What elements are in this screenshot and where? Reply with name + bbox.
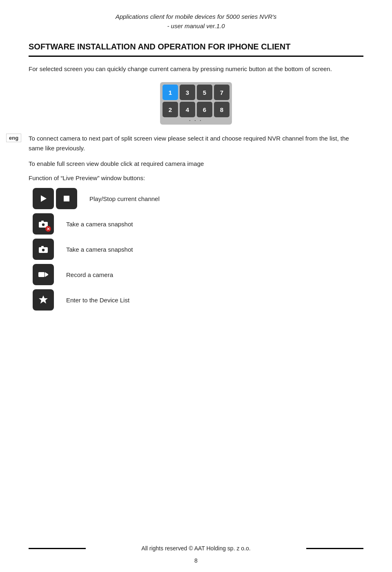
footer-text: All rights reserved © AAT Holding sp. z … — [141, 545, 250, 552]
button-row-camera: Take a camera snapshot — [33, 239, 363, 260]
eng-label: eng — [6, 134, 21, 142]
footer-bar-left — [29, 548, 86, 549]
header-line1: Applications client for mobile devices f… — [116, 13, 277, 20]
numeric-grid: 1 3 5 7 2 4 6 8 • • • — [160, 82, 232, 125]
header-title: Applications client for mobile devices f… — [29, 12, 363, 31]
intro-text: For selected screen you can quickly chan… — [29, 64, 363, 74]
star-label: Enter to the Device List — [66, 297, 129, 304]
svg-point-6 — [42, 248, 45, 252]
svg-rect-8 — [38, 272, 45, 277]
camera-button-icon[interactable] — [33, 239, 54, 260]
svg-rect-4 — [41, 221, 44, 222]
button-list: Play/Stop current channel ✕ — [33, 188, 363, 311]
camera-group — [33, 239, 54, 260]
record-button-icon[interactable] — [33, 264, 54, 285]
record-label: Record a camera — [66, 271, 113, 278]
svg-rect-1 — [64, 196, 69, 201]
numeric-grid-inner: 1 3 5 7 2 4 6 8 — [163, 85, 229, 117]
snap-x-label: Take a camera snapshot — [66, 221, 133, 228]
content-section: eng To connect camera to next part of sp… — [29, 134, 363, 311]
button-row-record: Record a camera — [33, 264, 363, 285]
function-label: Function of “Live Preview” window button… — [29, 174, 363, 181]
num-btn-3[interactable]: 3 — [180, 85, 195, 100]
play-stop-label: Play/Stop current channel — [89, 195, 160, 202]
num-btn-4[interactable]: 4 — [180, 102, 195, 117]
svg-rect-7 — [41, 246, 44, 248]
footer-bar-right — [306, 548, 363, 549]
body-text-1: To connect camera to next part of split … — [29, 134, 363, 153]
num-btn-7[interactable]: 7 — [214, 85, 229, 100]
divider — [29, 56, 363, 57]
dot-indicator: • • • — [163, 118, 229, 122]
num-btn-8[interactable]: 8 — [214, 102, 229, 117]
svg-marker-10 — [39, 295, 48, 304]
section-heading: SOFTWARE INSTALLATION AND OPERATION FOR … — [29, 42, 363, 51]
button-row-playstop: Play/Stop current channel — [33, 188, 363, 209]
svg-point-3 — [42, 223, 45, 226]
stop-button-icon[interactable] — [56, 188, 77, 209]
snap-x-group: ✕ — [33, 213, 54, 235]
star-group — [33, 289, 54, 311]
num-btn-5[interactable]: 5 — [197, 85, 212, 100]
body-text-2: To enable full screen view double click … — [29, 159, 363, 169]
button-row-star: Enter to the Device List — [33, 289, 363, 311]
header-line2: - user manual ver.1.0 — [167, 22, 225, 29]
snap-x-button-icon[interactable]: ✕ — [33, 213, 54, 235]
footer: All rights reserved © AAT Holding sp. z … — [29, 545, 363, 552]
num-btn-1[interactable]: 1 — [163, 85, 178, 100]
svg-marker-9 — [45, 272, 48, 277]
main-content: To connect camera to next part of split … — [29, 134, 363, 311]
num-btn-2[interactable]: 2 — [163, 102, 178, 117]
svg-marker-0 — [41, 195, 47, 202]
num-btn-6[interactable]: 6 — [197, 102, 212, 117]
camera-label: Take a camera snapshot — [66, 246, 133, 253]
play-stop-group — [33, 188, 77, 209]
button-row-snap-x: ✕ Take a camera snapshot — [33, 213, 363, 235]
numeric-grid-wrapper: 1 3 5 7 2 4 6 8 • • • — [29, 82, 363, 125]
play-button-icon[interactable] — [33, 188, 54, 209]
record-group — [33, 264, 54, 285]
star-button-icon[interactable] — [33, 289, 54, 311]
page-number: 8 — [194, 557, 198, 564]
